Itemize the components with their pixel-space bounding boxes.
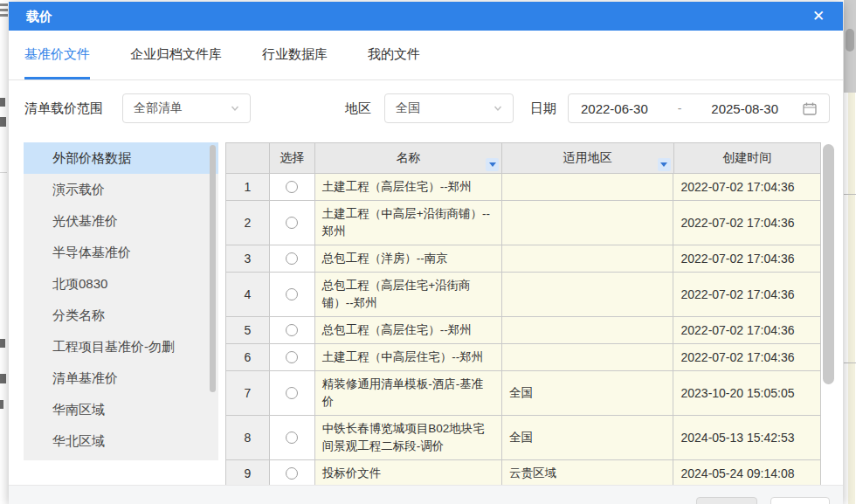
date-label: 日期 [530, 100, 556, 117]
screen: 载价 ✕ 基准价文件 企业归档文件库 行业数据库 我的文件 清单载价范围 全部清… [0, 0, 856, 504]
sidebar-item[interactable]: 外部价格数据 [24, 142, 218, 174]
table-row[interactable]: 5总包工程（高层住宅）--郑州2022-07-02 17:04:36 [226, 317, 820, 344]
chevron-down-icon [231, 104, 239, 113]
row-created: 2022-07-02 17:04:36 [673, 273, 820, 317]
row-radio[interactable] [286, 288, 298, 300]
row-created: 2022-07-02 17:04:36 [673, 174, 820, 201]
sidebar-scrollbar-thumb[interactable] [210, 145, 216, 392]
background-line [844, 194, 856, 195]
header-created: 创建时间 [674, 143, 821, 174]
table-row[interactable]: 2土建工程（中高层+沿街商铺）--郑州2022-07-02 17:04:36 [226, 201, 820, 245]
row-name: 总包工程（高层住宅+沿街商铺）--郑州 [315, 273, 502, 317]
date-end-value[interactable]: 2025-08-30 [711, 101, 778, 116]
tab-industry-database[interactable]: 行业数据库 [262, 31, 328, 79]
header-name-label: 名称 [396, 150, 420, 166]
row-created: 2022-07-02 17:04:36 [673, 201, 820, 245]
table-row[interactable]: 8中铁长春博览城项目B02地块宅间景观工程二标段-调价全国2024-05-13 … [226, 416, 820, 460]
row-index: 5 [226, 317, 270, 344]
chevron-down-icon [494, 104, 502, 113]
row-index: 7 [226, 371, 270, 416]
row-radio[interactable] [286, 324, 298, 336]
row-radio[interactable] [286, 467, 298, 480]
tab-my-files[interactable]: 我的文件 [368, 31, 420, 79]
table-row[interactable]: 9投标价文件云贵区域2024-05-24 09:14:08 [226, 460, 820, 487]
row-region [502, 344, 673, 371]
tab-base-price-files[interactable]: 基准价文件 [24, 31, 90, 79]
price-files-table: 选择 名称 适用地区 创建时间 1土建工程（高层住宅）--郑州2022-07-0… [225, 142, 821, 487]
row-region [502, 273, 673, 317]
row-name: 土建工程（高层住宅）--郑州 [315, 174, 502, 201]
dialog-title: 载价 [26, 2, 52, 31]
filter-icon[interactable] [486, 158, 499, 171]
region-select[interactable]: 全国 [384, 93, 514, 123]
background-line [844, 362, 856, 363]
row-select-cell[interactable] [270, 371, 315, 416]
row-created: 2024-05-13 15:42:53 [673, 416, 820, 460]
dialog-footer [9, 485, 843, 504]
background-column [848, 93, 855, 504]
load-price-dialog: 载价 ✕ 基准价文件 企业归档文件库 行业数据库 我的文件 清单载价范围 全部清… [9, 2, 843, 504]
row-name: 投标价文件 [315, 460, 502, 487]
row-radio[interactable] [286, 252, 298, 265]
row-select-cell[interactable] [270, 245, 315, 273]
sidebar-item[interactable]: 演示载价 [24, 174, 218, 205]
background-fragment [0, 3, 8, 6]
row-select-cell[interactable] [270, 344, 315, 371]
table-body: 1土建工程（高层住宅）--郑州2022-07-02 17:04:362土建工程（… [226, 174, 820, 487]
background-fragment [0, 14, 8, 17]
date-start-value[interactable]: 2022-06-30 [581, 101, 648, 116]
sidebar-item[interactable]: 清单基准价 [24, 362, 218, 394]
table-scrollbar-thumb[interactable] [823, 144, 834, 384]
sidebar-item[interactable]: 光伏基准价 [24, 205, 218, 237]
date-range-picker[interactable]: 2022-06-30 - 2025-08-30 [568, 93, 830, 123]
header-select: 选择 [270, 143, 315, 174]
close-icon[interactable]: ✕ [808, 2, 829, 31]
sidebar-item[interactable]: 分类名称 [24, 300, 218, 331]
row-radio[interactable] [286, 432, 298, 444]
row-radio[interactable] [286, 217, 298, 229]
background-fragment [0, 98, 5, 107]
row-index: 2 [226, 201, 270, 245]
row-radio[interactable] [286, 387, 298, 399]
header-index [226, 143, 270, 174]
row-select-cell[interactable] [270, 317, 315, 344]
category-sidebar: 外部价格数据演示载价光伏基准价半导体基准价北项0830分类名称工程项目基准价-勿… [24, 142, 218, 460]
filter-icon[interactable] [658, 158, 671, 171]
footer-button-secondary[interactable] [770, 497, 830, 504]
row-name: 土建工程（中高层住宅）--郑州 [315, 344, 502, 371]
region-label: 地区 [345, 100, 371, 117]
row-radio[interactable] [286, 351, 298, 363]
header-name: 名称 [315, 143, 502, 174]
sidebar-item[interactable]: 北项0830 [24, 268, 218, 300]
table-row[interactable]: 3总包工程（洋房）--南京2022-07-02 17:04:36 [226, 245, 820, 273]
background-line [0, 172, 7, 173]
row-name: 中铁长春博览城项目B02地块宅间景观工程二标段-调价 [315, 416, 502, 460]
tab-enterprise-archive[interactable]: 企业归档文件库 [130, 31, 222, 79]
sidebar-item[interactable]: 华南区域 [24, 394, 218, 425]
row-index: 6 [226, 344, 270, 371]
row-select-cell[interactable] [270, 416, 315, 460]
row-created: 2022-07-02 17:04:36 [673, 317, 820, 344]
tab-bar: 基准价文件 企业归档文件库 行业数据库 我的文件 [9, 31, 843, 80]
row-radio[interactable] [286, 181, 298, 193]
footer-button-primary[interactable] [696, 497, 757, 504]
row-select-cell[interactable] [270, 460, 315, 487]
scope-value: 全部清单 [134, 100, 224, 116]
calendar-icon[interactable] [803, 102, 817, 115]
row-select-cell[interactable] [270, 201, 315, 245]
row-select-cell[interactable] [270, 273, 315, 317]
sidebar-item[interactable]: 工程项目基准价-勿删 [24, 331, 218, 362]
row-select-cell[interactable] [270, 174, 315, 201]
scope-select[interactable]: 全部清单 [122, 93, 251, 123]
sidebar-item[interactable]: 半导体基准价 [24, 237, 218, 268]
sidebar-list: 外部价格数据演示载价光伏基准价半导体基准价北项0830分类名称工程项目基准价-勿… [24, 142, 218, 457]
row-region [502, 317, 673, 344]
table-row[interactable]: 4总包工程（高层住宅+沿街商铺）--郑州2022-07-02 17:04:36 [226, 273, 820, 317]
sidebar-item[interactable]: 华北区域 [24, 425, 218, 457]
table-row[interactable]: 1土建工程（高层住宅）--郑州2022-07-02 17:04:36 [226, 174, 820, 201]
row-name: 总包工程（高层住宅）--郑州 [315, 317, 502, 344]
table-row[interactable]: 7精装修通用清单模板-酒店-基准价全国2023-10-20 15:05:05 [226, 371, 820, 416]
row-index: 3 [226, 245, 270, 273]
table-row[interactable]: 6土建工程（中高层住宅）--郑州2022-07-02 17:04:36 [226, 344, 820, 371]
row-name: 土建工程（中高层+沿街商铺）--郑州 [315, 201, 502, 245]
